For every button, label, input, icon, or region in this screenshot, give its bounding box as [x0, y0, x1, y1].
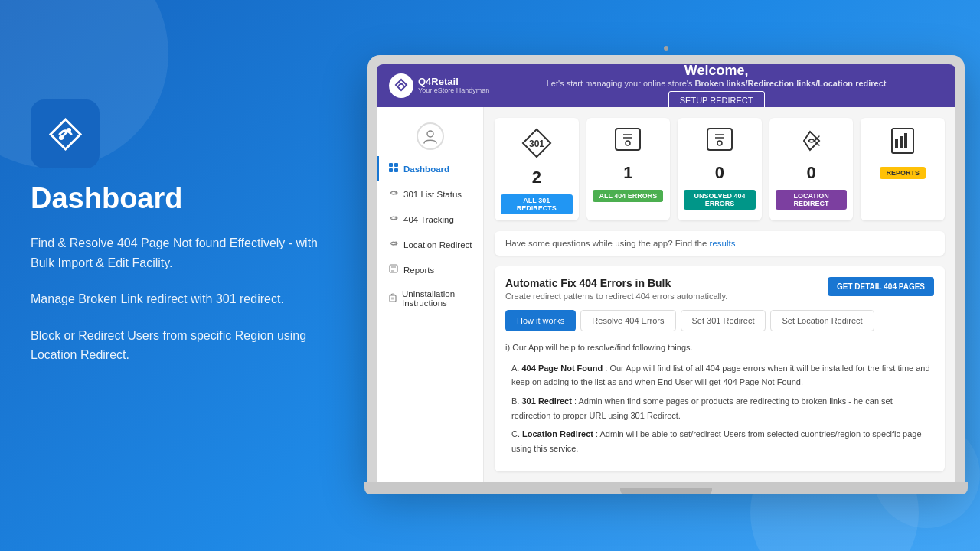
svg-rect-19: [707, 129, 732, 150]
stat-card-reports: REPORTS: [861, 118, 945, 220]
unsolved-404-button[interactable]: UNSOLVED 404 ERRORS: [684, 190, 756, 210]
stat-number-404: 1: [593, 163, 665, 183]
page-title: Dashboard: [31, 182, 322, 215]
svg-text:301: 301: [529, 139, 544, 149]
stat-icon-301: 301: [501, 127, 573, 165]
header-center: Welcome, Let's start managing your onlin…: [489, 64, 943, 109]
sidebar-item-404[interactable]: 404 Tracking: [377, 207, 483, 232]
autofix-header: Automatic Fix 404 Errors in Bulk Create …: [505, 277, 934, 301]
redirect-icon-2: [388, 214, 399, 225]
description-1: Find & Resolve 404 Page Not found Effect…: [31, 233, 322, 272]
sidebar-item-uninstall[interactable]: Uninstallation Instructions: [377, 282, 483, 315]
all-301-redirects-button[interactable]: ALL 301 REDIRECTS: [501, 194, 573, 214]
stat-number-301: 2: [501, 168, 573, 187]
logo-svg: [44, 113, 87, 155]
autofix-section: Automatic Fix 404 Errors in Bulk Create …: [495, 266, 945, 471]
redirect-icon-1: [388, 188, 399, 200]
all-404-errors-button[interactable]: ALL 404 ERRORS: [593, 190, 663, 202]
sidebar-uninstall-label: Uninstallation Instructions: [402, 289, 474, 308]
laptop-outer: Q4Retail Your eStore Handyman Welcome, L…: [368, 55, 965, 482]
tab-how-it-works[interactable]: How it works: [505, 310, 576, 331]
user-avatar: [416, 122, 444, 150]
autofix-title: Automatic Fix 404 Errors in Bulk: [505, 277, 727, 289]
stat-icon-unsolved: [684, 127, 756, 160]
stat-card-unsolved: 0 UNSOLVED 404 ERRORS: [678, 118, 762, 220]
description-2: Manage Broken Link redirect with 301 red…: [31, 289, 322, 309]
stat-icon-reports: [867, 127, 939, 160]
setup-redirect-button[interactable]: SETUP REDIRECT: [668, 91, 765, 109]
stat-icon-404: [593, 127, 665, 160]
app-header: Q4Retail Your eStore Handyman Welcome, L…: [377, 64, 956, 107]
svg-point-16: [626, 141, 630, 145]
svg-rect-25: [900, 136, 903, 148]
sidebar-reports-label: Reports: [403, 266, 434, 275]
svg-rect-5: [389, 168, 393, 172]
svg-rect-3: [389, 163, 393, 167]
sidebar-dashboard-label: Dashboard: [403, 165, 449, 174]
svg-rect-24: [895, 139, 898, 148]
sidebar: Dashboard 301 List Status: [377, 107, 484, 482]
svg-rect-26: [904, 133, 907, 148]
stat-card-location: 0 LOCATION REDIRECT: [769, 118, 854, 220]
content-item-c: C. Location Redirect : Admin will be abl…: [505, 427, 934, 455]
main-content: 301 2 ALL 301 REDIRECTS: [484, 107, 956, 482]
laptop-wrapper: Q4Retail Your eStore Handyman Welcome, L…: [368, 46, 965, 494]
laptop-base: [364, 482, 968, 494]
questions-bar: Have some questions while using the app?…: [495, 231, 945, 256]
sidebar-item-dashboard[interactable]: Dashboard: [377, 156, 483, 181]
svg-rect-15: [616, 129, 640, 150]
sidebar-404-label: 404 Tracking: [403, 215, 454, 224]
svg-point-2: [427, 131, 433, 137]
svg-rect-11: [390, 295, 396, 302]
redirect-icon-3: [388, 239, 399, 250]
tab-content: i) Our App will help to resolve/find fol…: [505, 341, 934, 456]
dashboard-icon: [388, 163, 399, 174]
location-redirect-button[interactable]: LOCATION REDIRECT: [776, 190, 848, 210]
app-body: Dashboard 301 List Status: [377, 107, 956, 482]
svg-point-0: [67, 128, 71, 132]
get-detail-button[interactable]: GET DETAIL 404 PAGES: [828, 277, 934, 296]
tab-resolve-404[interactable]: Resolve 404 Errors: [580, 310, 675, 331]
logo-box: [31, 99, 100, 168]
sidebar-item-reports[interactable]: Reports: [377, 257, 483, 282]
sidebar-301-label: 301 List Status: [403, 190, 462, 199]
stat-card-404: 1 ALL 404 ERRORS: [586, 118, 671, 220]
stat-number-location: 0: [776, 163, 848, 183]
svg-rect-4: [394, 163, 398, 167]
reports-button[interactable]: REPORTS: [880, 167, 926, 179]
app-logo: Q4Retail Your eStore Handyman: [389, 73, 489, 98]
results-link[interactable]: results: [710, 239, 736, 248]
tab-set-location[interactable]: Set Location Redirect: [770, 310, 874, 331]
left-descriptions: Find & Resolve 404 Page Not found Effect…: [31, 233, 322, 365]
autofix-subtitle: Create redirect patterns to redirect 404…: [505, 292, 727, 301]
app-logo-text: Q4Retail Your eStore Handyman: [418, 77, 489, 95]
sidebar-item-location[interactable]: Location Redirect: [377, 232, 483, 257]
welcome-title: Welcome,: [489, 64, 943, 79]
tab-set-301[interactable]: Set 301 Redirect: [681, 310, 766, 331]
content-intro: i) Our App will help to resolve/find fol…: [505, 341, 934, 355]
left-panel: Dashboard Find & Resolve 404 Page Not fo…: [31, 99, 322, 382]
content-item-a: A. 404 Page Not Found : Our App will fin…: [505, 361, 934, 390]
stat-number-unsolved: 0: [684, 163, 756, 183]
camera-dot: [664, 46, 668, 51]
sidebar-user: [377, 113, 483, 156]
stat-icon-location: [776, 127, 848, 160]
questions-text: Have some questions while using the app?…: [505, 239, 710, 248]
stats-row: 301 2 ALL 301 REDIRECTS: [495, 118, 945, 220]
autofix-title-block: Automatic Fix 404 Errors in Bulk Create …: [505, 277, 727, 301]
reports-icon: [388, 264, 399, 276]
sidebar-location-label: Location Redirect: [403, 240, 472, 249]
stat-card-301: 301 2 ALL 301 REDIRECTS: [495, 118, 579, 220]
sidebar-item-301[interactable]: 301 List Status: [377, 181, 483, 207]
laptop-screen: Q4Retail Your eStore Handyman Welcome, L…: [377, 64, 956, 482]
tabs-row: How it works Resolve 404 Errors Set 301 …: [505, 310, 934, 331]
content-item-b: B. 301 Redirect : Admin when find some p…: [505, 394, 934, 422]
app-logo-icon: [389, 73, 413, 98]
svg-point-1: [59, 135, 64, 140]
welcome-sub: Let's start managing your online store's…: [489, 79, 943, 88]
svg-rect-6: [394, 168, 398, 172]
svg-point-20: [717, 141, 722, 145]
uninstall-icon: [388, 293, 397, 305]
description-3: Block or Redirect Users from specific Re…: [31, 326, 322, 365]
